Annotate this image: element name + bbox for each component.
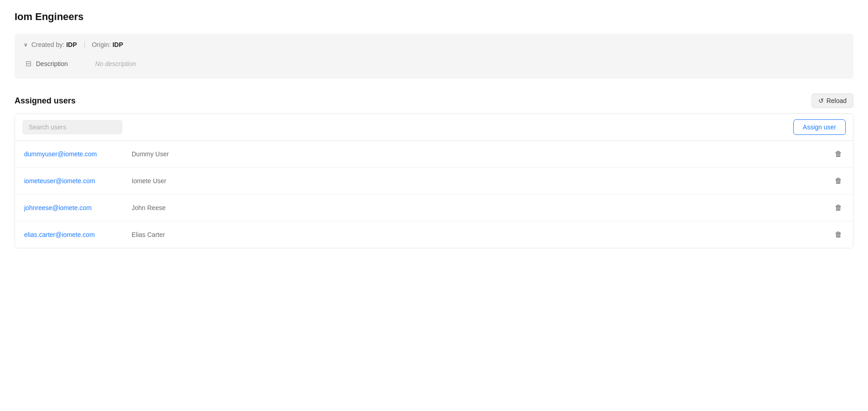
user-info: dummyuser@iomete.com Dummy User — [24, 150, 169, 158]
info-meta: Created by: IDP Origin: IDP — [31, 41, 123, 48]
users-toolbar: Assign user — [15, 114, 853, 141]
user-email: johnreese@iomete.com — [24, 204, 124, 211]
reload-label: Reload — [827, 97, 847, 104]
info-panel-header: ∨ Created by: IDP Origin: IDP — [24, 41, 844, 48]
assigned-users-section-header: Assigned users ↺ Reload — [15, 93, 853, 108]
user-info: elias.carter@iomete.com Elias Carter — [24, 231, 165, 238]
meta-divider — [84, 41, 85, 48]
reload-icon: ↺ — [818, 97, 824, 104]
user-info: iometeuser@iomete.com Iomete User — [24, 177, 166, 185]
origin-label: Origin: — [92, 41, 111, 48]
user-email: elias.carter@iomete.com — [24, 231, 124, 238]
delete-user-icon[interactable]: 🗑 — [833, 202, 844, 214]
user-email: dummyuser@iomete.com — [24, 150, 124, 158]
user-name: John Reese — [132, 204, 166, 211]
page-container: Iom Engineers ∨ Created by: IDP Origin: … — [0, 0, 868, 411]
delete-user-icon[interactable]: 🗑 — [833, 229, 844, 241]
search-input[interactable] — [22, 120, 123, 134]
table-row: johnreese@iomete.com John Reese 🗑 — [15, 195, 853, 221]
created-by-value: IDP — [66, 41, 77, 48]
page-title: Iom Engineers — [15, 11, 853, 23]
user-name: Dummy User — [132, 150, 169, 158]
chevron-down-icon: ∨ — [24, 41, 28, 48]
table-row: dummyuser@iomete.com Dummy User 🗑 — [15, 141, 853, 168]
assign-user-button[interactable]: Assign user — [793, 119, 846, 135]
user-name: Iomete User — [132, 177, 166, 185]
table-row: iometeuser@iomete.com Iomete User 🗑 — [15, 168, 853, 195]
reload-button[interactable]: ↺ Reload — [812, 93, 853, 108]
origin-value: IDP — [112, 41, 123, 48]
user-name: Elias Carter — [132, 231, 165, 238]
description-label: Description — [36, 60, 91, 67]
user-info: johnreese@iomete.com John Reese — [24, 204, 166, 211]
assigned-users-title: Assigned users — [15, 96, 76, 106]
users-list: dummyuser@iomete.com Dummy User 🗑 iomete… — [15, 141, 853, 248]
users-panel: Assign user dummyuser@iomete.com Dummy U… — [15, 113, 853, 248]
delete-user-icon[interactable]: 🗑 — [833, 175, 844, 187]
description-icon: ⊟ — [26, 59, 31, 68]
info-panel: ∨ Created by: IDP Origin: IDP ⊟ Descript… — [15, 34, 853, 79]
created-by-label: Created by: — [31, 41, 64, 48]
user-email: iometeuser@iomete.com — [24, 177, 124, 185]
delete-user-icon[interactable]: 🗑 — [833, 148, 844, 160]
description-value: No description — [95, 60, 136, 67]
description-row: ⊟ Description No description — [24, 56, 844, 72]
table-row: elias.carter@iomete.com Elias Carter 🗑 — [15, 221, 853, 248]
